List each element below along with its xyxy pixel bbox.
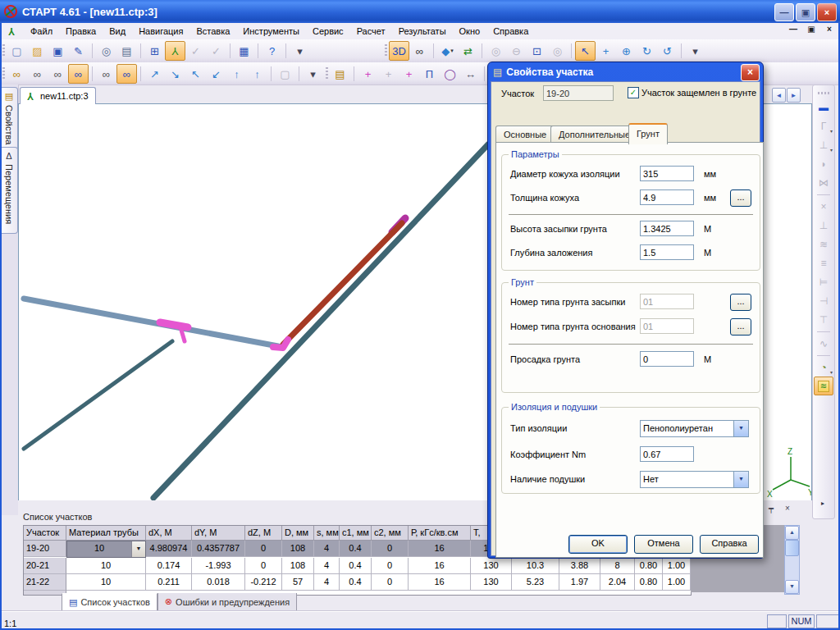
dock-tab-properties[interactable]: ▤ Свойства: [1, 87, 18, 151]
cell[interactable]: 108: [282, 558, 314, 574]
base-soil-type-field[interactable]: [640, 318, 694, 334]
tab-scroll-right-button[interactable]: ►: [787, 88, 801, 103]
mdi-restore-button[interactable]: ▣: [806, 25, 817, 34]
cell[interactable]: 0.4: [340, 541, 372, 557]
column-header[interactable]: Р, кГс/кв.см: [409, 526, 471, 541]
show-axes-button[interactable]: Y: [165, 41, 185, 61]
dialog-title-bar[interactable]: ▤ Свойства участка ×: [491, 62, 760, 81]
cell[interactable]: 1.97: [559, 574, 600, 591]
cell[interactable]: 1.00: [663, 574, 691, 591]
menu-results[interactable]: Результаты: [393, 25, 452, 38]
show-lengths-button[interactable]: ∞: [96, 64, 116, 84]
minimize-button[interactable]: —: [774, 3, 794, 21]
tab-additional[interactable]: Дополнительные: [550, 126, 638, 143]
mdi-close-button[interactable]: ×: [824, 25, 835, 34]
properties-button[interactable]: ▤: [330, 64, 350, 84]
dropdown-arrow-icon[interactable]: ▼: [733, 421, 748, 436]
column-header[interactable]: dZ, М: [245, 526, 282, 541]
check-doc-button[interactable]: ✓: [185, 41, 206, 61]
column-header[interactable]: dY, М: [192, 526, 245, 541]
cell[interactable]: 16: [409, 558, 471, 574]
cell[interactable]: 20-21: [24, 558, 66, 574]
bend-right-button[interactable]: ↙: [206, 64, 226, 84]
cell[interactable]: 130: [471, 574, 512, 591]
cell[interactable]: 0.80: [635, 558, 663, 574]
gauge-button[interactable]: ◔: [814, 358, 833, 377]
column-header[interactable]: Материал трубы: [66, 526, 146, 541]
pipe-segment-selected-red[interactable]: [283, 223, 402, 345]
cell[interactable]: 130: [471, 558, 512, 574]
tee-fitting-left[interactable]: [160, 322, 188, 327]
insert-fitting-button[interactable]: Π: [419, 64, 440, 84]
rotate-cw-button[interactable]: ↻: [637, 41, 657, 61]
column-header[interactable]: c2, мм: [372, 526, 409, 541]
pipe-segment-main-diagonal[interactable]: [153, 144, 488, 498]
ok-button[interactable]: OK: [568, 535, 628, 554]
backfill-height-field[interactable]: [640, 221, 694, 236]
casing-diameter-field[interactable]: [640, 166, 694, 181]
cell[interactable]: 16: [409, 541, 471, 557]
cell[interactable]: 0.211: [146, 574, 192, 591]
table-row[interactable]: 21-22100.2110.018-0.2125740.40161305.231…: [24, 574, 691, 591]
valve-button[interactable]: ⋈: [814, 173, 833, 192]
base-soil-more-button[interactable]: ...: [730, 318, 751, 336]
spring-support-button[interactable]: ∿: [814, 334, 833, 353]
cell[interactable]: 4: [314, 574, 340, 591]
help-topics-button[interactable]: ?: [262, 41, 282, 61]
dropdown-arrow-icon[interactable]: ▼: [733, 472, 748, 487]
anchor-button[interactable]: ⊥: [814, 216, 833, 235]
select-button[interactable]: ↖: [575, 41, 596, 61]
cell[interactable]: 8: [600, 558, 635, 574]
scrollbar-thumb[interactable]: [785, 540, 799, 556]
tee-button[interactable]: ⊥: [814, 135, 833, 154]
show-node-numbers-button[interactable]: ∞: [7, 64, 27, 84]
guide-support-button[interactable]: ⊣: [814, 291, 833, 310]
open-file-button[interactable]: ▨: [27, 41, 48, 61]
pipe-segment-light[interactable]: [24, 299, 278, 346]
bend-left-button[interactable]: ↖: [185, 64, 206, 84]
cell[interactable]: 57: [282, 574, 314, 591]
lower-button[interactable]: ↑: [247, 64, 267, 84]
dialog-close-button[interactable]: ×: [741, 64, 760, 81]
rod-support-button[interactable]: ≡: [814, 253, 833, 272]
tab-soil[interactable]: Грунт: [628, 123, 668, 144]
add-section-button[interactable]: +: [399, 64, 419, 84]
cell[interactable]: 21-22: [24, 574, 66, 591]
sliding-support-button[interactable]: ⊨: [814, 272, 833, 291]
laying-depth-field[interactable]: [640, 244, 694, 260]
cell[interactable]: 1.00: [663, 558, 691, 574]
zoom-out-button[interactable]: ⊖: [506, 41, 527, 61]
split-node-button[interactable]: +: [378, 64, 399, 84]
cell[interactable]: 10.3: [512, 558, 559, 574]
cell[interactable]: 4: [314, 558, 340, 574]
pipe-segment-branch[interactable]: [24, 341, 172, 449]
cell-section[interactable]: 19-20: [24, 541, 66, 557]
cushion-combobox[interactable]: Нет ▼: [640, 471, 749, 488]
close-button[interactable]: ×: [817, 3, 837, 21]
check-doc2-button[interactable]: ✓: [206, 41, 226, 61]
spacer-support-button[interactable]: ⊤: [814, 310, 833, 329]
show-dims-button[interactable]: ∞: [116, 64, 137, 84]
toolbar1-overflow-button[interactable]: ▾: [290, 41, 310, 61]
soil-subsidence-field[interactable]: [640, 351, 694, 367]
section-number-field[interactable]: [543, 85, 614, 101]
menu-navigation[interactable]: Навигация: [133, 25, 189, 38]
restore-button[interactable]: ▣: [796, 3, 815, 21]
column-header[interactable]: dX, М: [146, 526, 192, 541]
cancel-button[interactable]: Отмена: [634, 535, 693, 554]
save-button[interactable]: ▣: [48, 41, 68, 61]
cell[interactable]: 16: [409, 574, 471, 591]
rotate-pipe-cw-button[interactable]: ↗: [144, 64, 165, 84]
buried-checkbox[interactable]: ✓: [628, 87, 639, 98]
view-orient-button[interactable]: ◆: [437, 41, 458, 61]
new-file-button[interactable]: ▢: [7, 41, 27, 61]
help-button[interactable]: Справка: [700, 535, 759, 554]
table-scrollbar[interactable]: ▲ ▼: [784, 525, 800, 595]
tab-errors-warnings[interactable]: ⊗ Ошибки и предупреждения: [158, 593, 297, 611]
tab-scroll-left-button[interactable]: ◄: [772, 88, 786, 103]
table-row[interactable]: 20-21100.174-1.993010840.401613010.33.88…: [24, 558, 691, 574]
rotate-ccw-button[interactable]: ↺: [657, 41, 678, 61]
mdi-minimize-button[interactable]: —: [788, 25, 799, 34]
material-combobox[interactable]: 10 ▼: [66, 541, 146, 558]
cell[interactable]: -1.993: [192, 558, 245, 574]
